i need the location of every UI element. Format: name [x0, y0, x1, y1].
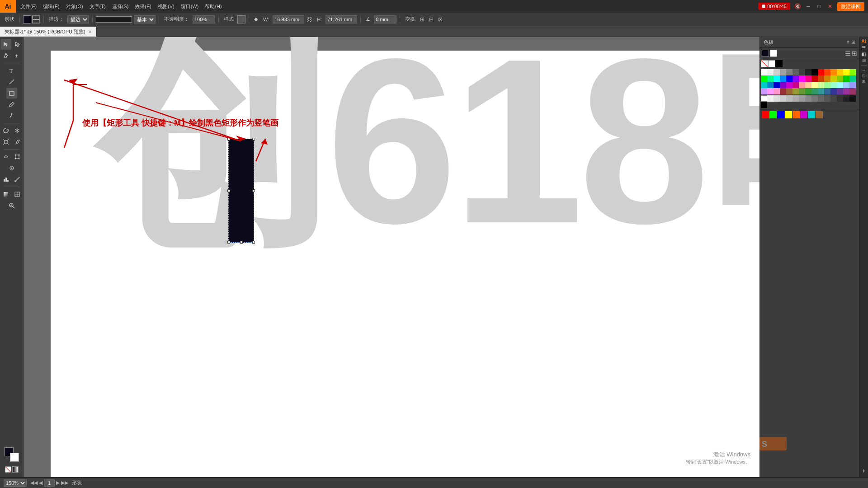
selection-tool[interactable] [0, 39, 11, 50]
opacity-input[interactable] [193, 15, 215, 23]
swatch-25[interactable] [824, 75, 830, 82]
color-white[interactable] [768, 60, 775, 67]
link-icon[interactable]: ⛓ [306, 16, 313, 23]
swatch-19[interactable] [786, 75, 793, 82]
zoom-tool[interactable] [6, 200, 17, 211]
minimize-button[interactable]: ─ [805, 3, 812, 10]
swatch-23[interactable] [811, 75, 818, 82]
panel-bg-swatch[interactable] [770, 50, 777, 57]
swatch-40[interactable] [824, 82, 830, 88]
prev-btn[interactable]: ◀ [39, 480, 42, 486]
swatch-59[interactable] [849, 88, 856, 94]
mesh-tool[interactable] [12, 189, 23, 200]
swatch-17[interactable] [774, 75, 780, 82]
line-tool[interactable] [6, 76, 17, 87]
transform-label[interactable]: 变换 [403, 15, 417, 23]
menu-file[interactable]: 文件(F) [18, 2, 39, 11]
pathfinder-icon[interactable]: ⊠ [437, 16, 444, 23]
handle-bc[interactable] [240, 241, 243, 244]
paintbrush-tool[interactable] [6, 99, 17, 110]
grayscale-swatch-15[interactable] [761, 102, 767, 108]
reflect-tool[interactable] [12, 125, 23, 136]
swatch-9[interactable] [818, 69, 824, 75]
panel-grid2-icon[interactable]: ⊞ [852, 50, 857, 57]
handle-ml[interactable] [227, 189, 230, 192]
none-swatch[interactable] [5, 466, 11, 473]
swatch-46[interactable] [767, 88, 774, 94]
menu-window[interactable]: 窗口(W) [178, 2, 202, 11]
swatch-4[interactable] [786, 69, 793, 75]
height-input[interactable] [326, 15, 357, 23]
swatch-2[interactable] [774, 69, 780, 75]
document-tab[interactable]: 未标题-1* @ 150% (RGB/GPU 预览) ✕ [0, 27, 97, 37]
grayscale-swatch-2[interactable] [774, 95, 780, 102]
next-btn[interactable]: ▶ [56, 480, 60, 486]
handle-tr[interactable] [252, 138, 255, 141]
pen-tool[interactable] [0, 50, 11, 61]
swatch-11[interactable] [830, 69, 837, 75]
swatch-56[interactable] [830, 88, 837, 94]
zoom-select[interactable]: 150% [4, 479, 27, 487]
width-input[interactable] [273, 15, 304, 23]
grayscale-swatch-10[interactable] [824, 95, 830, 102]
swatch-52[interactable] [805, 88, 811, 94]
maximize-button[interactable]: □ [816, 3, 823, 10]
swatch-36[interactable] [799, 82, 805, 88]
add-anchor-tool[interactable]: + [12, 50, 23, 61]
menu-object[interactable]: 对象(O) [63, 2, 86, 11]
swatch-53[interactable] [811, 88, 818, 94]
yellow-swatch[interactable] [785, 111, 792, 118]
swatch-44[interactable] [849, 82, 856, 88]
align-icon[interactable]: ⊟ [428, 16, 435, 23]
menu-help[interactable]: 帮助(H) [202, 2, 224, 11]
grayscale-swatch-7[interactable] [805, 95, 811, 102]
grayscale-swatch-3[interactable] [780, 95, 786, 102]
brown-swatch[interactable] [816, 111, 823, 118]
swatch-33[interactable] [780, 82, 786, 88]
panel-menu-icon[interactable]: ≡ [847, 39, 849, 45]
swatch-16[interactable] [767, 75, 774, 82]
drawn-rectangle[interactable] [228, 139, 254, 243]
purple-swatch[interactable] [800, 111, 807, 118]
swatch-31[interactable] [767, 82, 774, 88]
join-button[interactable]: 激活课网 [837, 2, 864, 11]
menu-select[interactable]: 选择(S) [109, 2, 132, 11]
warp-tool[interactable] [0, 151, 11, 162]
menu-edit[interactable]: 编辑(E) [40, 2, 62, 11]
menu-effect[interactable]: 效果(E) [132, 2, 154, 11]
swatch-22[interactable] [805, 75, 811, 82]
swatch-8[interactable] [811, 69, 818, 75]
swatch-18[interactable] [780, 75, 786, 82]
speaker-icon[interactable]: 🔇 [794, 3, 801, 10]
expand-icon[interactable] [861, 468, 867, 475]
grayscale-swatch-12[interactable] [837, 95, 843, 102]
direct-selection-tool[interactable] [12, 39, 23, 50]
handle-tc[interactable] [240, 138, 243, 141]
swatch-15[interactable] [761, 75, 767, 82]
grayscale-swatch-14[interactable] [849, 95, 856, 102]
swatch-39[interactable] [818, 82, 824, 88]
swatch-28[interactable] [843, 75, 849, 82]
background-swatch[interactable] [10, 453, 19, 462]
rotate-tool[interactable] [0, 125, 11, 136]
swatch-42[interactable] [837, 82, 843, 88]
handle-bl[interactable] [227, 241, 230, 244]
swatch-14[interactable] [849, 69, 856, 75]
swatch-54[interactable] [818, 88, 824, 94]
type-tool[interactable]: T [6, 65, 17, 76]
prev-page-btn[interactable]: ◀◀ [30, 480, 38, 486]
rectangle-tool[interactable] [6, 88, 17, 99]
swatch-5[interactable] [793, 69, 799, 75]
panel-grid-icon[interactable]: ⊞ [851, 39, 855, 45]
pencil-tool[interactable] [6, 110, 17, 121]
swatch-6[interactable] [799, 69, 805, 75]
libraries-panel-icon[interactable]: ⊞ [862, 58, 866, 63]
column-graph-tool[interactable] [0, 174, 11, 185]
grayscale-swatch-6[interactable] [799, 95, 805, 102]
swatch-57[interactable] [837, 88, 843, 94]
green-swatch[interactable] [769, 111, 777, 118]
gradient-swatch[interactable] [12, 466, 19, 473]
swatch-43[interactable] [843, 82, 849, 88]
fill-color-swatch[interactable] [23, 15, 31, 23]
handle-tl[interactable] [227, 138, 230, 141]
